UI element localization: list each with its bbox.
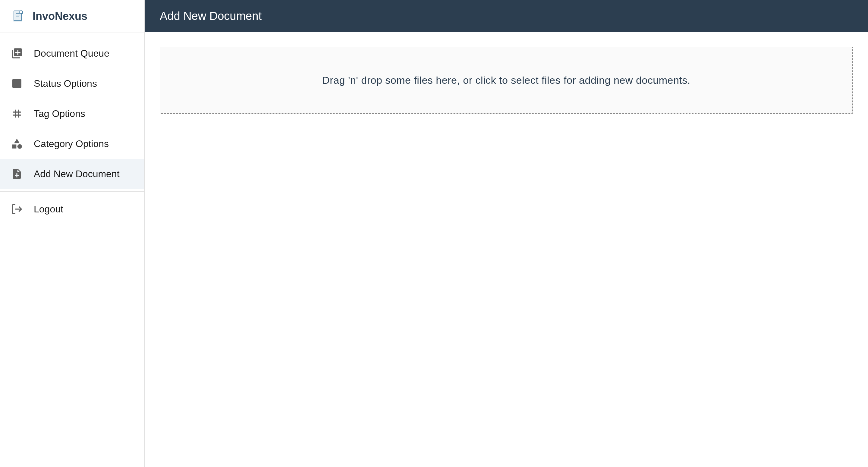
queue-icon [11, 47, 23, 59]
file-dropzone[interactable]: Drag 'n' drop some files here, or click … [160, 47, 853, 114]
hash-icon [11, 107, 23, 120]
note-add-icon [11, 168, 23, 180]
sidebar-item-label: Logout [34, 204, 63, 215]
svg-point-7 [18, 144, 22, 149]
sidebar-item-status-options[interactable]: Status Options [0, 68, 144, 98]
shapes-icon [11, 138, 23, 150]
gear-box-icon [11, 77, 23, 90]
dropzone-text: Drag 'n' drop some files here, or click … [173, 74, 840, 86]
main-header: Add New Document [145, 0, 868, 32]
logout-icon [11, 203, 23, 215]
sidebar-item-label: Status Options [34, 78, 97, 89]
sidebar-item-label: Add New Document [34, 168, 120, 180]
svg-line-5 [22, 13, 23, 14]
sidebar-item-label: Tag Options [34, 108, 85, 119]
app-logo-icon [11, 9, 25, 24]
sidebar-header: InvoNexus [0, 0, 144, 33]
svg-rect-6 [13, 21, 22, 21]
sidebar-item-category-options[interactable]: Category Options [0, 129, 144, 159]
sidebar-item-document-queue[interactable]: Document Queue [0, 38, 144, 68]
main-content-area: Add New Document Drag 'n' drop some file… [145, 0, 868, 467]
sidebar-nav: Document Queue Status Options Tag [0, 33, 144, 224]
sidebar-item-label: Document Queue [34, 48, 110, 59]
main-content: Drag 'n' drop some files here, or click … [145, 32, 868, 467]
sidebar-item-label: Category Options [34, 138, 109, 150]
sidebar-item-add-new-document[interactable]: Add New Document [0, 159, 144, 189]
sidebar: InvoNexus Document Queue Status [0, 0, 145, 467]
page-title: Add New Document [160, 10, 853, 23]
sidebar-item-logout[interactable]: Logout [0, 194, 144, 224]
sidebar-item-tag-options[interactable]: Tag Options [0, 98, 144, 129]
sidebar-divider [0, 191, 144, 192]
app-name: InvoNexus [33, 10, 87, 23]
